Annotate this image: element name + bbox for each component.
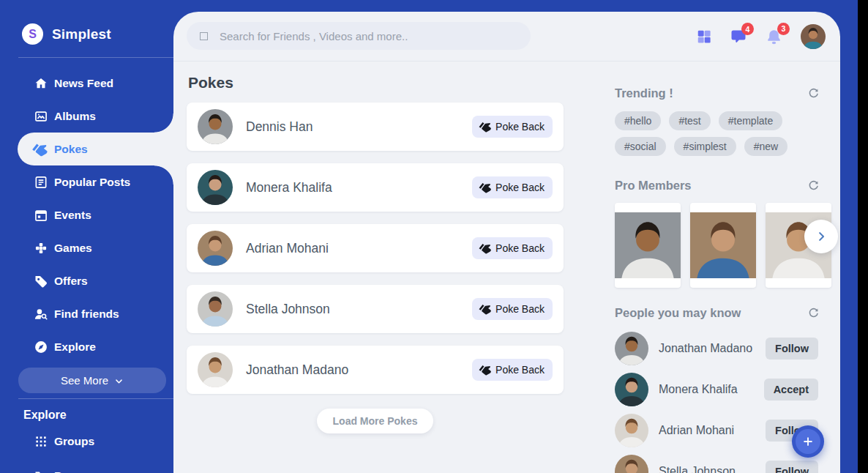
suggested-person-row: Adrian Mohani Follow [615,410,818,451]
pro-members-carousel: Stella Johnso... Stella Johnso... Stella… [615,203,831,288]
nav-item-label: Explore [54,340,96,354]
pro-members-header: Pro Members [615,179,820,193]
plus-icon [801,435,815,448]
explore-nav: Groups Pages [0,426,173,473]
nav-item-label: Find friends [54,308,119,321]
poke-card: Dennis Han Poke Back [187,103,564,151]
sidebar-nav: News Feed Albums Pokes Popular Posts Eve… [0,67,173,363]
poke-back-label: Poke Back [495,364,545,376]
suggested-person-row: Jonathan Madano Follow [615,328,818,369]
sidebar-item-albums[interactable]: Albums [0,100,173,133]
poke-user-name: Adrian Mohani [246,241,329,256]
poke-hand-icon [480,242,492,254]
poke-card: Adrian Mohani Poke Back [187,224,564,272]
trending-tag[interactable]: #simplest [674,137,736,156]
poke-back-button[interactable]: Poke Back [472,116,553,138]
sidebar-item-explore[interactable]: Explore [0,330,173,363]
nav-item-label: Groups [54,435,94,448]
sidebar-item-pages[interactable]: Pages [0,461,173,473]
sidebar-item-news-feed[interactable]: News Feed [0,67,173,100]
refresh-icon[interactable] [807,179,820,192]
sidebar-item-pokes[interactable]: Pokes [18,133,173,165]
chevron-down-icon [114,376,124,386]
chevron-right-icon [815,230,828,243]
sidebar-item-offers[interactable]: Offers [0,264,173,297]
nav-item-label: Popular Posts [54,176,130,189]
right-column: Trending ! #hello#test#template#social#s… [611,12,826,473]
popular-posts-icon [34,175,48,190]
main-panel: 4 3 Pokes Dennis Han Poke Back Monera Kh… [173,12,840,473]
events-calendar-icon [34,208,48,223]
poke-back-button[interactable]: Poke Back [472,237,553,259]
refresh-icon[interactable] [807,307,820,319]
poke-list: Dennis Han Poke Back Monera Khalifa Poke… [187,103,564,406]
people-header: People you may know [615,306,820,320]
see-more-button[interactable]: See More [18,368,166,393]
trending-tag[interactable]: #template [719,111,782,130]
app-background: S Simplest News Feed Albums Pokes Popula… [0,0,858,473]
sidebar-item-events[interactable]: Events [0,198,173,231]
trending-tag[interactable]: #hello [615,111,661,130]
pro-members-title: Pro Members [615,179,692,193]
poke-back-label: Poke Back [495,121,545,133]
load-more-pokes-button[interactable]: Load More Pokes [317,409,434,433]
add-new-fab[interactable] [792,425,824,458]
avatar [615,373,648,406]
poke-card: Stella Johnson Poke Back [187,285,564,333]
poke-back-button[interactable]: Poke Back [472,359,553,381]
person-name: Monera Khalifa [659,383,738,396]
follow-button[interactable]: Follow [766,461,818,473]
people-title: People you may know [615,306,741,320]
nav-item-label: Games [54,242,92,255]
find-friends-icon [34,307,48,321]
search-bar[interactable] [187,22,531,50]
poke-back-label: Poke Back [495,182,545,193]
sidebar-item-games[interactable]: Games [0,231,173,264]
carousel-next-button[interactable] [804,220,838,253]
suggested-person-row: Monera Khalifa Accept [615,369,818,410]
person-name: Stella Johnson [659,465,736,473]
trending-tag[interactable]: #test [669,111,710,130]
sidebar-divider [18,398,173,399]
offers-tag-icon [34,274,48,288]
pro-member-photo [615,203,681,288]
poke-user-name: Dennis Han [246,119,313,135]
explore-compass-icon [34,340,48,354]
follow-button[interactable]: Follow [766,338,818,360]
poke-user-name: Monera Khalifa [246,180,332,195]
trending-header: Trending ! [615,86,820,100]
poke-card: Jonathan Madano Poke Back [187,346,564,394]
avatar [615,455,648,473]
app-title: Simplest [52,26,111,42]
poke-back-button[interactable]: Poke Back [472,176,553,198]
poke-user-name: Jonathan Madano [246,362,348,378]
pages-icon [34,469,48,473]
sidebar: S Simplest News Feed Albums Pokes Popula… [0,0,173,473]
sidebar-item-popular-posts[interactable]: Popular Posts [0,165,173,198]
avatar [198,170,233,205]
pro-member-card[interactable]: Stella Johnso... [690,203,756,288]
trending-tag[interactable]: #social [615,137,666,156]
nav-item-label: Pokes [54,143,88,156]
trending-tag[interactable]: #new [744,137,787,156]
follow-button[interactable]: Accept [764,379,818,401]
avatar [198,291,233,327]
pro-member-card[interactable]: Stella Johnso... [615,203,681,288]
sidebar-item-find-friends[interactable]: Find friends [0,297,173,330]
avatar [198,352,233,387]
pro-member-photo [690,203,756,288]
sidebar-item-groups[interactable]: Groups [0,426,173,457]
avatar [615,332,648,365]
poke-hand-icon [480,364,492,376]
people-list: Jonathan Madano Follow Monera Khalifa Ac… [615,328,818,473]
app-logo[interactable]: S Simplest [22,23,111,45]
explore-section-title: Explore [23,409,67,422]
poke-back-button[interactable]: Poke Back [472,298,553,320]
avatar [198,109,233,144]
suggested-person-row: Stella Johnson Follow [615,451,818,473]
nav-item-label: News Feed [54,77,113,90]
nav-item-label: Events [54,209,91,222]
search-input[interactable] [220,30,517,42]
person-name: Jonathan Madano [659,342,752,355]
refresh-icon[interactable] [807,87,820,100]
